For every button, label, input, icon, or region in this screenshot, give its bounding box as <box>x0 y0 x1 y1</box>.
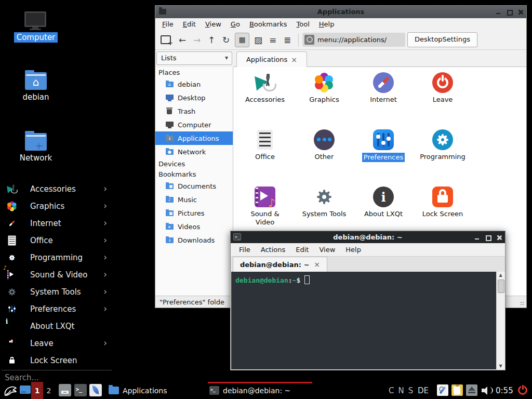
app-folder-accessories[interactable]: Accessories <box>237 72 293 104</box>
fm-menu-tool[interactable]: Tool <box>292 19 314 29</box>
menu-item-internet[interactable]: Internet › <box>0 215 113 232</box>
reload-icon[interactable]: ↻ <box>219 35 233 45</box>
sidebar-item-network[interactable]: ●Network <box>155 145 233 158</box>
menu-item-accessories[interactable]: Accessories › <box>0 180 113 197</box>
workspace-2-button[interactable]: 2 <box>44 382 54 399</box>
screenshot-tray-icon[interactable] <box>437 384 448 396</box>
sidebar-item-computer[interactable]: Computer <box>155 118 233 131</box>
featherpad-launcher-icon[interactable] <box>89 384 102 396</box>
fm-menu-view[interactable]: View <box>201 19 226 29</box>
minimize-icon[interactable] <box>496 9 501 15</box>
sidebar-item-documents[interactable]: Documents <box>155 179 233 193</box>
keyboard-layout-indicator[interactable]: DE <box>418 382 429 399</box>
scroll-up-icon[interactable]: ▲ <box>497 273 504 277</box>
terminal-scrollbar[interactable]: ▲ ▼ <box>496 272 504 369</box>
desktop-icon-network[interactable]: Network <box>10 133 62 163</box>
new-tab-icon[interactable] <box>161 35 171 44</box>
app-folder-office[interactable]: Office <box>237 129 293 161</box>
app-folder-leave[interactable]: Leave <box>415 72 471 104</box>
terminal-tabbar: debian@debian: ~ × <box>231 256 505 272</box>
desktop-settings-button[interactable]: DesktopSettings <box>407 32 477 47</box>
fm-titlebar[interactable]: Applications <box>155 6 526 18</box>
terminal-launcher-icon[interactable]: >_ <box>74 384 87 396</box>
submenu-arrow-icon: › <box>103 202 107 210</box>
clock[interactable]: 0:55 <box>496 382 513 399</box>
menu-item-sound-video[interactable]: ♪ Sound & Video › <box>0 266 113 283</box>
terminal-output[interactable]: debian@debian:~$ <box>231 272 496 369</box>
app-folder-internet[interactable]: Internet <box>355 72 411 104</box>
fm-menu-edit[interactable]: Edit <box>178 19 201 29</box>
resize-grip[interactable] <box>520 301 525 306</box>
sidebar-item-applications[interactable]: ↓Applications <box>155 131 233 145</box>
maximize-icon[interactable] <box>485 235 491 241</box>
maximize-icon[interactable] <box>507 9 512 15</box>
up-icon[interactable]: ↑ <box>204 35 219 45</box>
side-panel-selector[interactable]: Lists ▾ <box>156 51 232 65</box>
sidebar-item-downloads[interactable]: ↓Downloads <box>155 233 233 247</box>
menu-item-office[interactable]: Office › <box>0 232 113 249</box>
app-folder-lock-screen[interactable]: Lock Screen <box>415 187 471 218</box>
app-folder-preferences[interactable]: Preferences <box>355 129 411 162</box>
terminal-menu-actions[interactable]: Actions <box>256 245 291 255</box>
app-folder-about-lxqt[interactable]: i About LXQt <box>355 187 411 218</box>
sidebar-item-videos[interactable]: ▸Videos <box>155 220 233 233</box>
sidebar-item-music[interactable]: ♪Music <box>155 193 233 206</box>
close-icon[interactable] <box>517 9 523 15</box>
back-icon[interactable]: ← <box>175 35 190 45</box>
workspace-1-button[interactable]: 1 <box>31 382 43 399</box>
clipboard-tray-icon[interactable] <box>451 384 463 396</box>
menu-item-system-tools[interactable]: System Tools › <box>0 283 113 300</box>
sidebar-item-desktop[interactable]: Desktop <box>155 91 233 104</box>
terminal-menu-file[interactable]: File <box>234 245 256 255</box>
sidebar-item-debian[interactable]: ⌂debian <box>155 77 233 91</box>
app-folder-sound-video[interactable]: ♪ Sound & Video <box>237 187 293 227</box>
sidebar-item-pictures[interactable]: Pictures <box>155 206 233 220</box>
app-folder-system-tools[interactable]: System Tools <box>296 187 352 218</box>
scrollbar-thumb[interactable] <box>498 280 504 293</box>
keyboard-indicator[interactable]: C N S <box>389 382 413 399</box>
fm-menu-file[interactable]: File <box>157 19 178 29</box>
show-desktop-icon[interactable] <box>20 385 31 394</box>
compact-view-icon[interactable]: ≣ <box>280 35 295 45</box>
menu-item-about-lxqt[interactable]: i About LXQt <box>0 317 113 335</box>
taskbar-task-applications[interactable]: Applications <box>107 382 206 399</box>
close-icon[interactable] <box>496 235 502 241</box>
menu-item-graphics[interactable]: Graphics › <box>0 197 113 215</box>
status-text: "Preferences" folde <box>159 298 224 306</box>
fm-menu-help[interactable]: Help <box>314 19 339 29</box>
terminal-menu-view[interactable]: View <box>314 245 340 255</box>
fm-tab-applications[interactable]: Applications × <box>236 51 307 67</box>
power-button[interactable] <box>517 384 528 396</box>
taskbar-task-terminal[interactable]: >_ debian@debian: ~ <box>208 382 312 397</box>
terminal-cursor <box>304 275 310 284</box>
thumbnail-view-icon[interactable]: ▨ <box>251 35 265 45</box>
menu-item-leave[interactable]: Leave › <box>0 335 113 352</box>
desktop-icon-debian[interactable]: ⌂ debian <box>10 72 62 102</box>
fm-menu-bookmarks[interactable]: Bookmarks <box>245 19 292 29</box>
icon-view-button[interactable]: ▦ <box>235 33 249 47</box>
address-bar[interactable]: menu://applications/ <box>302 33 405 47</box>
desktop-icon-computer[interactable]: Computer <box>10 11 62 43</box>
menu-item-preferences[interactable]: Preferences › <box>0 300 113 317</box>
fm-menu-go[interactable]: Go <box>226 19 245 29</box>
lxqt-menu-button[interactable] <box>3 384 18 397</box>
tab-close-icon[interactable]: × <box>291 56 297 63</box>
minimize-icon[interactable] <box>474 235 480 241</box>
terminal-tab[interactable]: debian@debian: ~ × <box>233 257 327 272</box>
sidebar-item-trash[interactable]: Trash <box>155 104 233 118</box>
menu-item-programming[interactable]: Programming › <box>0 249 113 266</box>
scroll-down-icon[interactable]: ▼ <box>497 364 504 368</box>
menu-item-lock-screen[interactable]: Lock Screen <box>0 352 113 369</box>
file-manager-launcher-icon[interactable] <box>59 384 71 396</box>
detailed-list-view-icon[interactable]: ≡ <box>265 35 280 45</box>
terminal-menu-help[interactable]: Help <box>340 245 366 255</box>
app-folder-programming[interactable]: Programming <box>415 129 471 161</box>
terminal-menu-edit[interactable]: Edit <box>290 245 314 255</box>
app-folder-other[interactable]: Other <box>296 129 352 161</box>
terminal-titlebar[interactable]: >_ debian@debian: ~ <box>231 231 505 243</box>
forward-icon[interactable]: → <box>190 35 204 45</box>
removable-media-tray-icon[interactable] <box>466 384 477 396</box>
app-folder-graphics[interactable]: Graphics <box>296 72 352 104</box>
tab-close-icon[interactable]: × <box>314 261 320 268</box>
volume-icon[interactable] <box>482 386 493 395</box>
